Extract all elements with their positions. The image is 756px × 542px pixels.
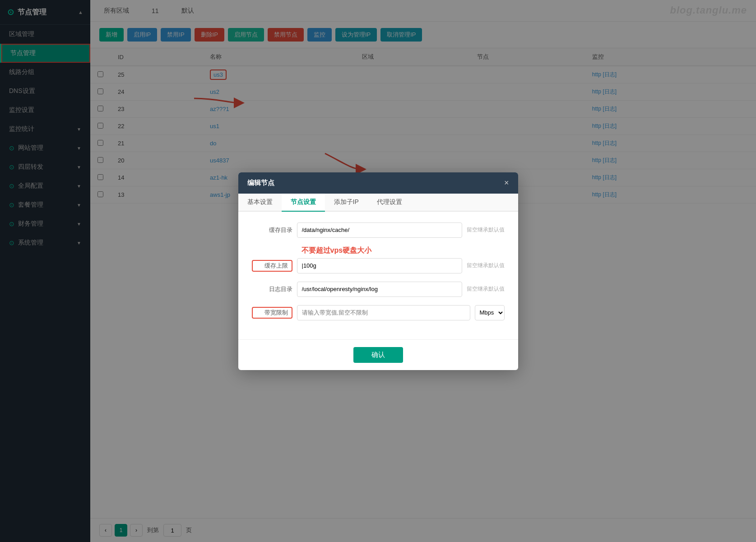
edit-node-modal: 编辑节点 × 基本设置 节点设置 添加子IP 代理设置 缓存目录 留空继承默认值… [238,172,518,370]
cache-dir-hint: 留空继承默认值 [467,226,505,234]
form-row-cache-warning: 不要超过vps硬盘大小 [252,246,505,255]
bandwidth-input[interactable] [297,305,470,320]
bandwidth-label: 带宽限制 [252,307,292,319]
modal-body: 缓存目录 留空继承默认值 不要超过vps硬盘大小 缓存上限 留空继承默认值 日志… [238,212,518,339]
modal-header: 编辑节点 × [238,172,518,194]
tab-node-settings[interactable]: 节点设置 [282,194,325,212]
log-dir-hint: 留空继承默认值 [467,285,505,293]
form-row-cache-dir: 缓存目录 留空继承默认值 [252,222,505,238]
cache-dir-input[interactable] [297,222,462,238]
cache-limit-input[interactable] [297,258,462,273]
cache-dir-label: 缓存目录 [252,226,292,234]
form-row-log-dir: 日志目录 留空继承默认值 [252,282,505,297]
modal-footer: 确认 [238,339,518,370]
cache-limit-label: 缓存上限 [252,260,292,272]
modal-title: 编辑节点 [247,179,274,187]
form-row-cache-limit: 缓存上限 留空继承默认值 [252,258,505,273]
modal-overlay[interactable]: 编辑节点 × 基本设置 节点设置 添加子IP 代理设置 缓存目录 留空继承默认值… [0,0,756,542]
tab-basic-settings[interactable]: 基本设置 [238,194,282,212]
cache-warning-text: 不要超过vps硬盘大小 [301,246,372,255]
modal-tabs: 基本设置 节点设置 添加子IP 代理设置 [238,194,518,212]
modal-close-button[interactable]: × [504,179,509,187]
tab-proxy-settings[interactable]: 代理设置 [368,194,411,212]
tab-add-subip[interactable]: 添加子IP [325,194,368,212]
log-dir-input[interactable] [297,282,462,297]
form-row-bandwidth: 带宽限制 Mbps Gbps Kbps [252,305,505,320]
confirm-button[interactable]: 确认 [353,347,403,363]
cache-limit-hint: 留空继承默认值 [467,262,505,269]
bandwidth-unit-select[interactable]: Mbps Gbps Kbps [475,305,505,320]
log-dir-label: 日志目录 [252,285,292,293]
